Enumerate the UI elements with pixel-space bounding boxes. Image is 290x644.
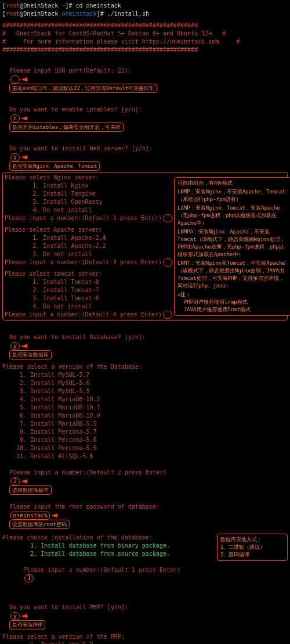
q-ssh: Please input SSH port(Default: 22): ◀ 更改… <box>2 59 288 93</box>
banner-line: ########################################… <box>2 21 288 30</box>
q-db: Do you want to install Database? [y/n]: … <box>2 325 288 359</box>
db-rootpw: Please input the root password of databa… <box>2 495 288 529</box>
banner-info: # For more information please visit http… <box>2 38 288 46</box>
shell-prompt-2: [root@OneinStack oneinstack]# ./install.… <box>2 10 288 18</box>
web-mode-note: 可自由组合，有4种模式 LNMP：安装Nginx，不安装Apache、Tomca… <box>174 177 290 316</box>
q-php: Do you want to install PHP? [y/n]: y◀ 是否… <box>2 595 288 629</box>
banner-title: # OneinStack for CentOS/RadHat 5+ Debian… <box>2 30 288 38</box>
q-iptables: Do you want to enable iptables? [y/n]: n… <box>2 98 288 132</box>
db-opt: 1. Install MySQL-5.7 <box>2 371 288 379</box>
q-web: Do you want to install Web server? [y/n]… <box>2 136 288 171</box>
db-inst-select: Please input a number:(Default 1 press E… <box>2 558 215 591</box>
shell-prompt-1: [root@OneinStack ~]# cd oneinstack <box>2 2 288 10</box>
db-install-note: 数据库安装方式： 1、二进制（建议） 2、源码编译 <box>217 534 288 561</box>
db-select: Please input a number:(Default 2 press E… <box>2 460 288 495</box>
web-server-block: Please select Nginx server: 1. Install N… <box>2 172 288 321</box>
